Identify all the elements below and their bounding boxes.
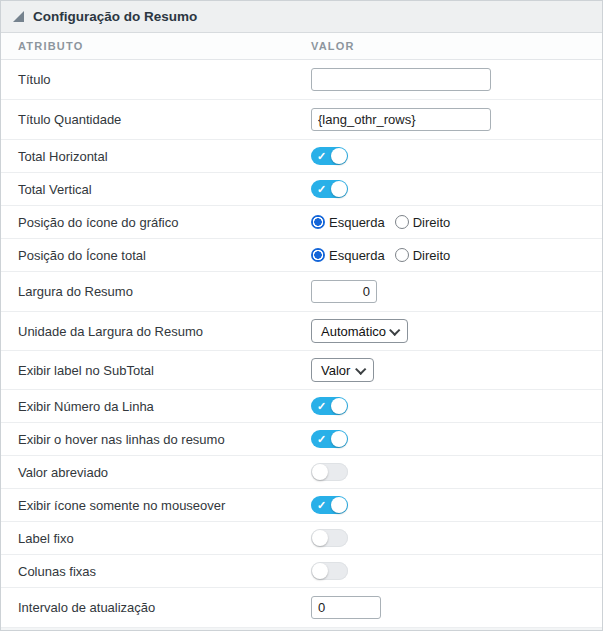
- radio-selected-icon[interactable]: [311, 215, 325, 229]
- posicao-icone-total-radio-direito[interactable]: Direito: [395, 248, 451, 263]
- table-header-row: ATRIBUTO VALOR: [1, 33, 602, 60]
- row-label-exibir-numero-linha: Exibir Número da Linha: [1, 399, 311, 414]
- radio-option-label: Esquerda: [329, 248, 385, 263]
- row-value-titulo: [311, 68, 602, 91]
- row-label-fixo: Label fixo: [1, 522, 602, 555]
- toggle-knob: [331, 497, 347, 513]
- row-label-colunas-fixas: Colunas fixas: [1, 564, 311, 579]
- row-value-total-horizontal: ✓: [311, 147, 602, 165]
- check-icon: ✓: [317, 399, 326, 413]
- check-icon: ✓: [317, 498, 326, 512]
- exibir-numero-linha-toggle[interactable]: ✓: [311, 397, 348, 415]
- row-label-total-horizontal: Total Horizontal: [1, 149, 311, 164]
- toggle-knob: [312, 563, 328, 579]
- titulo-input[interactable]: [311, 68, 491, 91]
- total-vertical-toggle[interactable]: ✓: [311, 180, 348, 198]
- row-total-vertical: Total Vertical✓: [1, 173, 602, 206]
- row-exibir-hover-linhas: Exibir o hover nas linhas do resumo✓: [1, 423, 602, 456]
- row-value-valor-abreviado: [311, 463, 602, 481]
- posicao-icone-grafico-radio-esquerda[interactable]: Esquerda: [311, 215, 385, 230]
- row-valor-abreviado: Valor abreviado: [1, 456, 602, 489]
- posicao-icone-total-radio-group: EsquerdaDireito: [311, 248, 456, 263]
- toggle-knob: [312, 464, 328, 480]
- row-value-exibir-numero-linha: ✓: [311, 397, 602, 415]
- config-resumo-panel: Configuração do Resumo ATRIBUTO VALOR Tí…: [0, 0, 603, 631]
- row-unidade-largura-resumo: Unidade da Largura do ResumoAutomático: [1, 312, 602, 351]
- check-icon: ✓: [317, 149, 326, 163]
- row-value-exibir-label-subtotal: Valor: [311, 358, 602, 382]
- panel-header[interactable]: Configuração do Resumo: [1, 1, 602, 33]
- total-horizontal-toggle[interactable]: ✓: [311, 147, 348, 165]
- row-value-colunas-fixas: [311, 562, 602, 580]
- posicao-icone-grafico-radio-direito[interactable]: Direito: [395, 215, 451, 230]
- row-total-horizontal: Total Horizontal✓: [1, 140, 602, 173]
- colunas-fixas-toggle[interactable]: [311, 562, 348, 580]
- row-largura-resumo: Largura do Resumo: [1, 272, 602, 312]
- row-exibir-numero-linha: Exibir Número da Linha✓: [1, 390, 602, 423]
- collapse-triangle-icon: [13, 11, 24, 22]
- row-value-posicao-icone-grafico: EsquerdaDireito: [311, 215, 602, 230]
- row-label-exibir-label-subtotal: Exibir label no SubTotal: [1, 363, 311, 378]
- row-colunas-fixas: Colunas fixas: [1, 555, 602, 588]
- chevron-down-icon: [355, 364, 366, 375]
- radio-option-label: Direito: [413, 215, 451, 230]
- intervalo-atualizacao-input[interactable]: [311, 596, 381, 619]
- row-value-titulo-quantidade: [311, 108, 602, 131]
- row-exibir-label-subtotal: Exibir label no SubTotalValor: [1, 351, 602, 390]
- config-rows: TítuloTítulo QuantidadeTotal Horizontal✓…: [1, 60, 602, 628]
- row-value-exibir-hover-linhas: ✓: [311, 430, 602, 448]
- row-value-largura-resumo: [311, 280, 602, 303]
- posicao-icone-grafico-radio-group: EsquerdaDireito: [311, 215, 456, 230]
- largura-resumo-input[interactable]: [311, 280, 377, 303]
- select-value: Valor: [321, 363, 350, 378]
- select-value: Automático: [321, 324, 386, 339]
- row-label-total-vertical: Total Vertical: [1, 182, 311, 197]
- row-value-exibir-icone-mouseover: ✓: [311, 496, 602, 514]
- radio-selected-icon[interactable]: [311, 248, 325, 262]
- row-label-posicao-icone-total: Posição do Ícone total: [1, 248, 311, 263]
- row-label-exibir-hover-linhas: Exibir o hover nas linhas do resumo: [1, 432, 311, 447]
- toggle-knob: [331, 431, 347, 447]
- toggle-knob: [331, 181, 347, 197]
- radio-unselected-icon[interactable]: [395, 248, 409, 262]
- panel-title: Configuração do Resumo: [33, 9, 197, 24]
- exibir-icone-mouseover-toggle[interactable]: ✓: [311, 496, 348, 514]
- exibir-label-subtotal-select[interactable]: Valor: [311, 358, 374, 382]
- radio-option-label: Direito: [413, 248, 451, 263]
- radio-option-label: Esquerda: [329, 215, 385, 230]
- row-value-unidade-largura-resumo: Automático: [311, 319, 602, 343]
- row-label-posicao-icone-grafico: Posição do ícone do gráfico: [1, 215, 311, 230]
- row-posicao-icone-total: Posição do Ícone totalEsquerdaDireito: [1, 239, 602, 272]
- row-titulo: Título: [1, 60, 602, 100]
- toggle-knob: [331, 398, 347, 414]
- toggle-knob: [331, 148, 347, 164]
- row-titulo-quantidade: Título Quantidade: [1, 100, 602, 140]
- row-posicao-icone-grafico: Posição do ícone do gráficoEsquerdaDirei…: [1, 206, 602, 239]
- row-label-intervalo-atualizacao: Intervalo de atualização: [1, 600, 311, 615]
- valor-abreviado-toggle[interactable]: [311, 463, 348, 481]
- row-label-label-fixo: Label fixo: [1, 531, 311, 546]
- row-intervalo-atualizacao: Intervalo de atualização: [1, 588, 602, 628]
- row-label-exibir-icone-mouseover: Exibir ícone somente no mouseover: [1, 498, 311, 513]
- row-value-total-vertical: ✓: [311, 180, 602, 198]
- posicao-icone-total-radio-esquerda[interactable]: Esquerda: [311, 248, 385, 263]
- row-value-label-fixo: [311, 529, 602, 547]
- check-icon: ✓: [317, 182, 326, 196]
- row-exibir-icone-mouseover: Exibir ícone somente no mouseover✓: [1, 489, 602, 522]
- attribute-column-header: ATRIBUTO: [1, 40, 311, 52]
- radio-unselected-icon[interactable]: [395, 215, 409, 229]
- label-fixo-toggle[interactable]: [311, 529, 348, 547]
- row-label-unidade-largura-resumo: Unidade da Largura do Resumo: [1, 324, 311, 339]
- row-value-posicao-icone-total: EsquerdaDireito: [311, 248, 602, 263]
- value-column-header: VALOR: [311, 40, 602, 52]
- row-label-titulo: Título: [1, 72, 311, 87]
- row-label-largura-resumo: Largura do Resumo: [1, 284, 311, 299]
- unidade-largura-resumo-select[interactable]: Automático: [311, 319, 408, 343]
- row-label-titulo-quantidade: Título Quantidade: [1, 112, 311, 127]
- row-label-valor-abreviado: Valor abreviado: [1, 465, 311, 480]
- exibir-hover-linhas-toggle[interactable]: ✓: [311, 430, 348, 448]
- row-value-intervalo-atualizacao: [311, 596, 602, 619]
- check-icon: ✓: [317, 432, 326, 446]
- toggle-knob: [312, 530, 328, 546]
- titulo-quantidade-input[interactable]: [311, 108, 491, 131]
